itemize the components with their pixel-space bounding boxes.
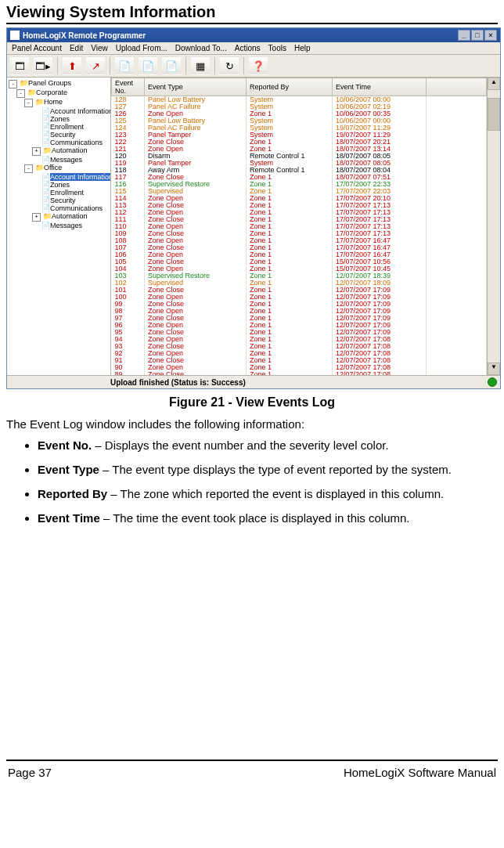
tree-node[interactable]: 📄Account Information xyxy=(32,107,109,115)
tree-node[interactable]: 📄Communications xyxy=(32,204,109,212)
table-row[interactable]: 121Zone OpenZone 118/07/2007 13:14 xyxy=(112,146,487,153)
tree-toggle-icon[interactable]: - xyxy=(24,99,33,107)
menu-item[interactable]: Actions xyxy=(235,44,261,52)
table-row[interactable]: 112Zone OpenZone 117/07/2007 17:13 xyxy=(112,209,487,216)
close-button[interactable]: × xyxy=(484,30,497,41)
grid-header[interactable]: Reported By xyxy=(247,78,333,96)
table-row[interactable]: 107Zone CloseZone 117/07/2007 16:47 xyxy=(112,244,487,251)
grid-header[interactable] xyxy=(427,78,487,96)
table-row[interactable]: 108Zone OpenZone 117/07/2007 16:47 xyxy=(112,237,487,244)
table-row[interactable]: 124Panel AC FailureSystem19/07/2007 11:2… xyxy=(112,124,487,132)
scroll-down-button[interactable]: ▼ xyxy=(488,363,500,375)
table-row[interactable]: 113Zone CloseZone 117/07/2007 17:13 xyxy=(112,202,487,209)
table-row[interactable]: 115SupervisedZone 117/07/2007 22:03 xyxy=(112,188,487,195)
menu-item[interactable]: Upload From... xyxy=(116,44,167,52)
table-row[interactable]: 122Zone CloseZone 118/07/2007 20:21 xyxy=(112,139,487,146)
tree-node[interactable]: 📄Messages xyxy=(32,156,109,164)
grid-header[interactable]: Event No. xyxy=(112,78,145,96)
grid-cell xyxy=(427,103,487,110)
table-row[interactable]: 119Panel TamperSystem18/07/2007 08:05 xyxy=(112,160,487,167)
tree-panel[interactable]: -📁Panel Groups-📁Corporate-📁Home📄Account … xyxy=(7,78,111,375)
table-row[interactable]: 97Zone CloseZone 112/07/2007 17:09 xyxy=(112,315,487,322)
tree-node[interactable]: -📁Corporate-📁Home📄Account Information📄Zo… xyxy=(16,88,109,229)
table-row[interactable]: 90Zone OpenZone 112/07/2007 17:08 xyxy=(112,364,487,371)
table-row[interactable]: 96Zone OpenZone 112/07/2007 17:09 xyxy=(112,322,487,329)
table-row[interactable]: 105Zone CloseZone 115/07/2007 10:56 xyxy=(112,258,487,265)
doc1-icon[interactable]: 📄 xyxy=(115,56,134,75)
menu-item[interactable]: Tools xyxy=(268,44,286,52)
tree-toggle-icon[interactable]: - xyxy=(16,89,25,98)
download-red-icon[interactable]: ↗ xyxy=(86,56,105,75)
tree-node[interactable]: 📄Account Information xyxy=(32,173,109,181)
help-icon[interactable]: ❓ xyxy=(249,56,268,75)
table-row[interactable]: 89Zone CloseZone 112/07/2007 17:08 xyxy=(112,371,487,375)
table-row[interactable]: 125Panel Low BatterySystem10/06/2007 00:… xyxy=(112,117,487,124)
events-grid[interactable]: Event No.Event TypeReported ByEvent Time… xyxy=(111,78,487,375)
tree-node[interactable]: 📄Communications xyxy=(32,139,109,146)
table-row[interactable]: 101Zone CloseZone 112/07/2007 17:09 xyxy=(112,287,487,294)
tree-toggle-icon[interactable]: + xyxy=(32,213,41,222)
table-row[interactable]: 93Zone CloseZone 112/07/2007 17:08 xyxy=(112,343,487,350)
tree-node[interactable]: 📄Security xyxy=(32,197,109,204)
grid-header[interactable]: Event Type xyxy=(145,78,247,96)
table-row[interactable]: 128Panel Low BatterySystem10/06/2007 00:… xyxy=(112,96,487,104)
tree-node[interactable]: -📁Home📄Account Information📄Zones📄Enrollm… xyxy=(24,98,109,164)
tree-node[interactable]: 📄Zones xyxy=(32,115,109,123)
table-row[interactable]: 95Zone CloseZone 112/07/2007 17:09 xyxy=(112,329,487,336)
table-row[interactable]: 102SupervisedZone 112/07/2007 18:09 xyxy=(112,280,487,287)
upload-red-icon[interactable]: ⬆ xyxy=(63,56,81,75)
tree-toggle-icon[interactable]: - xyxy=(24,164,33,173)
tree-node[interactable]: 📄Messages xyxy=(32,222,109,229)
table-row[interactable]: 110Zone OpenZone 117/07/2007 17:13 xyxy=(112,223,487,230)
table-icon[interactable]: ▦ xyxy=(191,56,210,75)
table-row[interactable]: 92Zone OpenZone 112/07/2007 17:08 xyxy=(112,350,487,357)
grid-header[interactable]: Event Time xyxy=(333,78,427,96)
panel-icon[interactable]: 🗔 xyxy=(10,56,29,75)
table-row[interactable]: 116Supervised RestoreZone 117/07/2007 22… xyxy=(112,181,487,188)
grid-cell: 12/07/2007 18:39 xyxy=(333,272,427,280)
tree-toggle-icon[interactable]: - xyxy=(9,80,17,88)
table-row[interactable]: 126Zone OpenZone 110/06/2007 00:35 xyxy=(112,110,487,117)
table-row[interactable]: 118Away ArmRemote Control 118/07/2007 08… xyxy=(112,167,487,174)
scroll-thumb[interactable] xyxy=(488,98,500,131)
table-row[interactable]: 91Zone CloseZone 112/07/2007 17:08 xyxy=(112,357,487,364)
table-row[interactable]: 99Zone CloseZone 112/07/2007 17:09 xyxy=(112,301,487,308)
panel-arrow-icon[interactable]: 🗔▸ xyxy=(34,56,52,75)
table-row[interactable]: 127Panel AC FailureSystem10/06/2007 02:1… xyxy=(112,103,487,110)
vertical-scrollbar[interactable]: ▲ ▼ xyxy=(487,78,500,375)
scroll-up-button[interactable]: ▲ xyxy=(488,78,500,90)
tree-node[interactable]: +📁Automation xyxy=(32,212,109,222)
tree-root[interactable]: -📁Panel Groups-📁Corporate-📁Home📄Account … xyxy=(9,79,109,229)
doc3-icon[interactable]: 📄 xyxy=(162,56,181,75)
tree-item-label: Messages xyxy=(50,156,82,164)
grid-cell: 17/07/2007 20:10 xyxy=(333,195,427,202)
table-row[interactable]: 117Zone CloseZone 118/07/2007 07:51 xyxy=(112,174,487,181)
menu-item[interactable]: Edit xyxy=(70,44,83,52)
tree-toggle-icon[interactable]: + xyxy=(32,147,41,156)
doc2-icon[interactable]: 📄 xyxy=(139,56,157,75)
table-row[interactable]: 114Zone OpenZone 117/07/2007 20:10 xyxy=(112,195,487,202)
table-row[interactable]: 100Zone OpenZone 112/07/2007 17:09 xyxy=(112,294,487,301)
tree-node[interactable]: 📄Enrollment xyxy=(32,123,109,131)
menu-item[interactable]: Download To... xyxy=(175,44,227,52)
menu-item[interactable]: View xyxy=(91,44,108,52)
minimize-button[interactable]: _ xyxy=(458,30,470,41)
table-row[interactable]: 109Zone CloseZone 117/07/2007 17:13 xyxy=(112,230,487,237)
tree-node[interactable]: 📄Enrollment xyxy=(32,189,109,197)
refresh-icon[interactable]: ↻ xyxy=(220,56,239,75)
table-row[interactable]: 103Supervised RestoreZone 112/07/2007 18… xyxy=(112,272,487,280)
menu-item[interactable]: Help xyxy=(294,44,311,52)
tree-node[interactable]: -📁Office📄Account Information📄Zones📄Enrol… xyxy=(24,164,109,229)
restore-button[interactable]: □ xyxy=(471,30,484,41)
menu-item[interactable]: Panel Account xyxy=(12,44,62,52)
table-row[interactable]: 111Zone CloseZone 117/07/2007 17:13 xyxy=(112,216,487,223)
table-row[interactable]: 98Zone OpenZone 112/07/2007 17:09 xyxy=(112,308,487,315)
tree-node[interactable]: 📄Security xyxy=(32,131,109,139)
table-row[interactable]: 120DisarmRemote Control 118/07/2007 08:0… xyxy=(112,153,487,160)
table-row[interactable]: 94Zone OpenZone 112/07/2007 17:08 xyxy=(112,336,487,343)
table-row[interactable]: 106Zone OpenZone 117/07/2007 16:47 xyxy=(112,251,487,258)
tree-node[interactable]: +📁Automation xyxy=(32,146,109,156)
tree-node[interactable]: 📄Zones xyxy=(32,181,109,189)
table-row[interactable]: 123Panel TamperSystem19/07/2007 11:29 xyxy=(112,132,487,139)
table-row[interactable]: 104Zone OpenZone 115/07/2007 10:45 xyxy=(112,265,487,272)
